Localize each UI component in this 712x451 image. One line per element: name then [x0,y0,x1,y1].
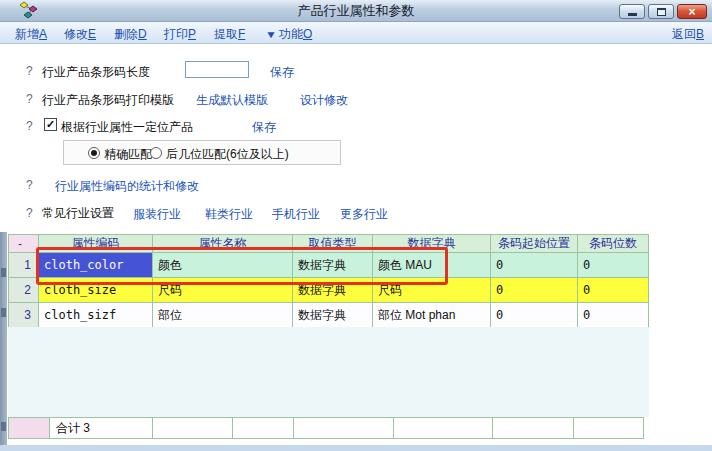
footer-total-cell: 合计 3 [50,418,153,439]
footer-empty-cell [294,418,394,439]
help-icon[interactable]: ? [26,92,33,106]
locate-product-checkbox[interactable]: ✓ [44,118,57,131]
checkbox-check-icon: ✓ [46,118,55,130]
window-bottom-edge [0,445,712,451]
barcode-start-cell[interactable]: 0 [491,253,578,278]
value-type-cell[interactable]: 数据字典 [293,278,373,303]
left-scrollbar[interactable] [0,232,7,451]
barcode-length-label: 行业产品条形码长度 [42,64,150,81]
back-button[interactable]: 返回B [672,26,704,43]
new-button-hotkey: A [39,27,47,41]
barcode-digits-cell[interactable]: 0 [578,253,649,278]
row-number-cell[interactable]: 2 [9,278,39,303]
footer-empty-cell [493,418,574,439]
modify-button-hotkey: E [88,27,96,41]
attribute-code-cell[interactable]: cloth_size [39,278,153,303]
row-number-cell[interactable]: 1 [9,253,39,278]
extract-button[interactable]: 提取F [214,26,245,43]
scrollbar-tick [1,308,6,317]
modify-button-label: 修改 [64,27,88,41]
scrollbar-tick [1,268,6,277]
print-button[interactable]: 打印P [164,26,196,43]
barcode-digits-cell[interactable]: 0 [578,303,649,328]
delete-button[interactable]: 删除D [114,26,147,43]
close-icon: × [688,6,695,18]
barcode-start-cell[interactable]: 0 [491,278,578,303]
print-button-hotkey: P [188,27,196,41]
data-dictionary-cell[interactable]: 尺码 [373,278,491,303]
minimize-button[interactable] [619,4,645,19]
maximize-icon [657,8,666,16]
toolbar: 新增A 修改E 删除D 打印P 提取F ▼功能O 返回B [0,22,712,44]
value-type-cell[interactable]: 数据字典 [293,253,373,278]
header-data-dictionary: 数据字典 [373,235,491,253]
attribute-name-cell[interactable]: 颜色 [153,253,293,278]
footwear-industry-link[interactable]: 鞋类行业 [205,206,253,223]
attribute-stats-link[interactable]: 行业属性编码的统计和修改 [55,178,199,195]
footer-row: 合计 3 [9,418,644,439]
mobile-industry-link[interactable]: 手机行业 [272,206,320,223]
extract-button-label: 提取 [214,27,238,41]
footer-empty-cell [153,418,233,439]
generate-template-link[interactable]: 生成默认模版 [196,92,268,109]
new-button-label: 新增 [15,27,39,41]
locate-product-label: 根据行业属性一定位产品 [61,119,193,136]
exact-match-label: 精确匹配 [104,146,152,163]
attribute-code-cell[interactable]: cloth_sizf [39,303,153,328]
scrollbar-tick [1,422,6,431]
help-icon[interactable]: ? [26,119,33,133]
header-barcode-digits: 条码位数 [578,235,649,253]
barcode-length-input[interactable] [185,61,249,78]
attribute-grid: - 属性编码 属性名称 取值类型 数据字典 条码起始位置 条码位数 1 clot… [8,234,649,328]
back-button-hotkey: B [696,27,704,41]
arrow-down-icon: ▼ [265,29,277,40]
header-attribute-code: 属性编码 [39,235,153,253]
help-icon[interactable]: ? [26,64,33,78]
suffix-match-label: 后几位匹配(6位及以上) [166,146,289,163]
window-title: 产品行业属性和参数 [0,0,712,22]
value-type-cell[interactable]: 数据字典 [293,303,373,328]
more-industry-link[interactable]: 更多行业 [340,206,388,223]
barcode-digits-cell[interactable]: 0 [578,278,649,303]
common-industry-label: 常见行业设置 [42,205,114,222]
delete-button-label: 删除 [114,27,138,41]
attribute-name-cell[interactable]: 部位 [153,303,293,328]
grid-row: 2 cloth_size 尺码 数据字典 尺码 0 0 [9,278,649,303]
footer-empty-cell [574,418,644,439]
print-template-label: 行业产品条形码打印模版 [42,92,174,109]
barcode-start-cell[interactable]: 0 [491,303,578,328]
header-barcode-start: 条码起始位置 [491,235,578,253]
help-icon[interactable]: ? [26,206,33,220]
barcode-length-save-link[interactable]: 保存 [270,64,294,81]
clothing-industry-link[interactable]: 服装行业 [133,206,181,223]
grid-row: 3 cloth_sizf 部位 数据字典 部位 Mot phan 0 0 [9,303,649,328]
footer-corner-cell [9,418,50,439]
minimize-icon [628,13,637,16]
grid-header-row: - 属性编码 属性名称 取值类型 数据字典 条码起始位置 条码位数 [9,235,649,253]
maximize-button[interactable] [648,4,674,19]
header-rownum: - [9,235,39,253]
header-value-type: 取值类型 [293,235,373,253]
window-controls: × [619,4,707,19]
attribute-code-cell[interactable]: cloth_color [39,253,153,278]
row-number-cell[interactable]: 3 [9,303,39,328]
locate-product-save-link[interactable]: 保存 [252,119,276,136]
modify-button[interactable]: 修改E [64,26,96,43]
suffix-match-radio[interactable] [150,147,162,159]
function-menu-button[interactable]: ▼功能O [266,26,312,43]
footer-empty-cell [394,418,493,439]
back-button-label: 返回 [672,27,696,41]
extract-button-hotkey: F [238,27,245,41]
attribute-name-cell[interactable]: 尺码 [153,278,293,303]
close-button[interactable]: × [677,4,707,19]
help-icon[interactable]: ? [26,178,33,192]
design-modify-link[interactable]: 设计修改 [300,92,348,109]
delete-button-hotkey: D [138,27,147,41]
new-button[interactable]: 新增A [15,26,47,43]
grid-empty-area [8,327,649,417]
data-dictionary-cell[interactable]: 颜色 MAU [373,253,491,278]
grid-footer: 合计 3 [8,417,644,439]
data-dictionary-cell[interactable]: 部位 Mot phan [373,303,491,328]
exact-match-radio[interactable] [88,147,100,159]
titlebar: 产品行业属性和参数 × [0,0,712,22]
